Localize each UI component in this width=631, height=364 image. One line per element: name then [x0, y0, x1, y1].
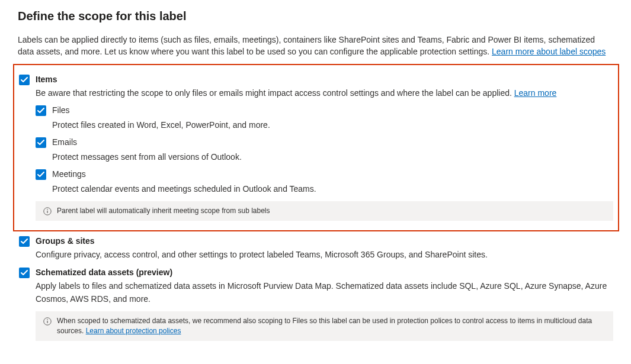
info-icon — [43, 317, 52, 326]
schematized-info-text: When scoped to schematized data assets, … — [57, 316, 606, 336]
items-info-bar: Parent label will automatically inherit … — [36, 201, 613, 221]
items-learn-more-link[interactable]: Learn more — [514, 88, 557, 98]
groups-title: Groups & sites — [36, 235, 613, 247]
meetings-checkbox[interactable] — [36, 169, 46, 180]
items-info-text: Parent label will automatically inherit … — [57, 206, 270, 216]
meetings-desc: Protect calendar events and meetings sch… — [52, 183, 613, 195]
emails-desc: Protect messages sent from all versions … — [52, 151, 613, 163]
items-title: Items — [36, 73, 613, 86]
items-highlight-box: Items Be aware that restricting the scop… — [13, 64, 619, 232]
items-desc: Be aware that restricting the scope to o… — [36, 87, 613, 100]
svg-rect-1 — [47, 211, 47, 213]
info-icon — [43, 207, 52, 216]
learn-more-scopes-link[interactable]: Learn more about label scopes — [492, 47, 606, 56]
files-desc: Protect files created in Word, Excel, Po… — [52, 119, 613, 131]
svg-rect-4 — [47, 321, 47, 323]
page-title: Define the scope for this label — [18, 9, 613, 23]
groups-checkbox[interactable] — [19, 236, 30, 247]
files-title: Files — [52, 104, 70, 117]
schematized-title: Schematized data assets (preview) — [36, 266, 613, 279]
emails-title: Emails — [52, 136, 77, 149]
schematized-info-bar: When scoped to schematized data assets, … — [36, 311, 613, 341]
schematized-checkbox[interactable] — [19, 268, 30, 278]
intro-paragraph: Labels can be applied directly to items … — [18, 34, 613, 58]
emails-checkbox[interactable] — [36, 137, 46, 148]
items-checkbox[interactable] — [19, 75, 30, 85]
svg-point-5 — [47, 320, 48, 321]
learn-protection-link[interactable]: Learn about protection polices — [86, 327, 181, 335]
groups-desc: Configure privacy, access control, and o… — [36, 249, 613, 262]
files-checkbox[interactable] — [36, 105, 46, 116]
svg-point-2 — [47, 209, 48, 210]
meetings-title: Meetings — [52, 168, 86, 181]
schematized-desc: Apply labels to files and schematized da… — [36, 280, 613, 305]
